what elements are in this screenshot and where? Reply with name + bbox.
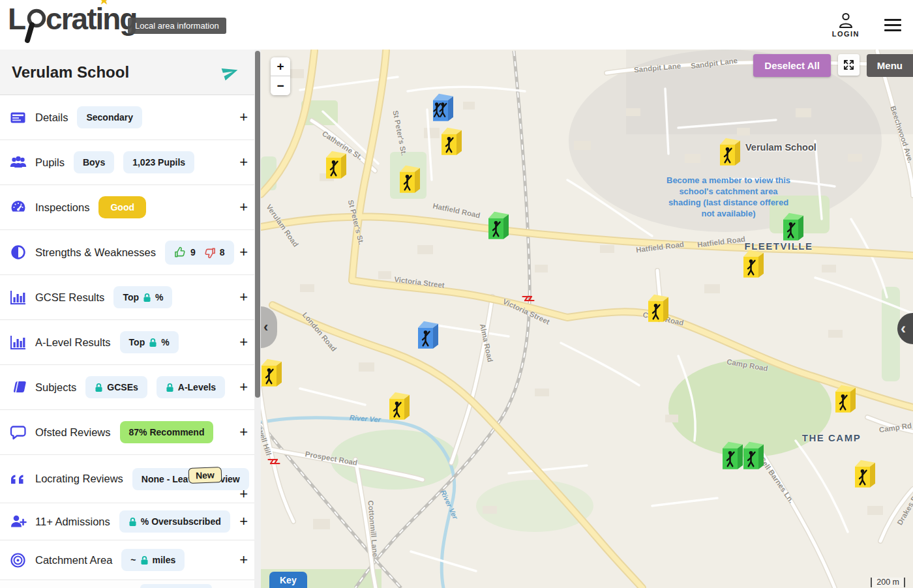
selected-school-label: Verulam School — [745, 142, 816, 153]
bar-chart-icon — [9, 289, 27, 306]
school-marker-yellow[interactable] — [646, 291, 672, 327]
thumbs-up-icon — [174, 246, 187, 259]
fullscreen-button[interactable] — [838, 54, 860, 76]
login-button[interactable]: LOGIN — [832, 12, 860, 38]
chevron-left-icon: ‹ — [263, 319, 268, 336]
speech-bubble-icon — [9, 424, 27, 441]
lock-icon — [95, 383, 103, 392]
school-marker-green[interactable] — [741, 439, 767, 474]
school-header: Verulam School — [0, 50, 261, 95]
book-icon — [9, 379, 27, 396]
rail-station-icon — [522, 294, 535, 306]
scale-bar: 200 m — [871, 578, 905, 587]
alevel-top-badge: Top % — [120, 331, 179, 353]
sidebar-item-catchment-area[interactable]: Catchment Area ~ miles + — [0, 540, 261, 580]
navigate-icon[interactable] — [220, 61, 241, 83]
quotes-icon — [9, 470, 27, 488]
pupils-count-badge: 1,023 Pupils — [123, 151, 194, 173]
thumbs-badge: 9 8 — [165, 241, 234, 265]
scrollbar-thumb[interactable] — [255, 51, 260, 398]
expand-catchment-button[interactable]: + — [239, 553, 248, 567]
school-marker-blue[interactable] — [415, 318, 442, 353]
bullseye-icon — [9, 551, 27, 569]
tooltip: Local area information — [128, 18, 226, 34]
zoom-control: + − — [271, 57, 290, 95]
top-header: L crating ★ Local area information LOGIN — [0, 0, 913, 50]
chevron-left-icon: ‹ — [901, 319, 906, 338]
school-marker-yellow[interactable] — [397, 162, 423, 198]
person-icon — [838, 12, 854, 29]
lock-icon — [143, 293, 151, 302]
school-marker-yellow[interactable] — [852, 457, 878, 492]
oversubscribed-badge: % Oversubscribed — [119, 510, 230, 533]
school-name: Verulam School — [12, 63, 129, 81]
partial-next-row — [0, 580, 261, 588]
expand-inspections-button[interactable]: + — [239, 200, 248, 214]
sidebar-item-inspections[interactable]: Inspections Good + — [0, 185, 261, 230]
sidebar-item-subjects[interactable]: Subjects GCSEs A-Levels + — [0, 365, 261, 410]
thumbs-down-icon — [203, 246, 216, 259]
school-marker-blue[interactable] — [430, 91, 456, 126]
school-marker-yellow[interactable] — [323, 148, 350, 183]
sidebar-scrollbar — [254, 50, 261, 588]
lock-icon — [149, 338, 157, 347]
lock-icon — [128, 517, 137, 527]
gcse-top-badge: Top % — [113, 286, 172, 308]
expand-ofsted-button[interactable]: + — [239, 425, 248, 439]
inspection-rating-badge: Good — [98, 196, 146, 218]
expand-details-button[interactable]: + — [239, 110, 248, 125]
school-marker-yellow[interactable] — [833, 382, 859, 417]
expand-arrows-icon — [843, 59, 854, 70]
deselect-all-button[interactable]: Deselect All — [753, 54, 831, 77]
rail-station-icon — [267, 457, 281, 469]
bar-chart-icon — [9, 334, 27, 351]
expand-alevel-button[interactable]: + — [239, 335, 248, 349]
map-canvas[interactable]: Sandpit LaneSandpit LaneBeechwood Ave.Ca… — [261, 50, 913, 588]
hamburger-menu-icon[interactable] — [882, 16, 904, 34]
half-circle-icon — [9, 244, 27, 261]
person-plus-icon — [9, 513, 27, 531]
sidebar-item-strengths-weaknesses[interactable]: Strengths & Weaknesses 9 8 + — [0, 230, 261, 275]
details-icon — [9, 109, 27, 126]
map-base — [261, 50, 913, 588]
school-marker-yellow[interactable] — [387, 389, 413, 424]
school-marker-green[interactable] — [486, 209, 512, 244]
school-marker-yellow[interactable] — [741, 247, 767, 282]
zoom-out-button[interactable]: − — [271, 76, 290, 95]
pupils-gender-badge: Boys — [74, 151, 114, 173]
expand-reviews-button[interactable]: + — [239, 487, 248, 501]
sidebar-item-11plus-admissions[interactable]: 11+ Admissions % Oversubscribed + — [0, 503, 261, 540]
new-tag: New — [188, 467, 222, 484]
pupils-icon — [9, 154, 27, 171]
sidebar-item-details[interactable]: Details Secondary + — [0, 95, 261, 140]
ofsted-recommend-badge: 87% Recommend — [120, 421, 214, 443]
sidebar-item-pupils[interactable]: Pupils Boys 1,023 Pupils + — [0, 140, 261, 185]
key-button[interactable]: Key — [269, 572, 307, 588]
expand-subjects-button[interactable]: + — [239, 380, 248, 394]
catchment-miles-badge: ~ miles — [121, 549, 185, 571]
sidebar-item-alevel-results[interactable]: A-Level Results Top % + — [0, 320, 261, 365]
lock-icon — [140, 555, 149, 565]
member-notice: Become a member to view this school's ca… — [666, 175, 790, 220]
sidebar-item-locrating-reviews[interactable]: Locrating Reviews New None - Leave a Rev… — [0, 455, 261, 503]
expand-admissions-button[interactable]: + — [239, 514, 248, 529]
sidebar-item-ofsted-reviews[interactable]: Ofsted Reviews 87% Recommend + — [0, 410, 261, 455]
logo[interactable]: L crating ★ — [8, 1, 136, 44]
sidebar: Verulam School Details Secondary + Pupil… — [0, 50, 261, 588]
sidebar-item-gcse-results[interactable]: GCSE Results Top % + — [0, 275, 261, 320]
zoom-in-button[interactable]: + — [271, 57, 290, 76]
star-icon: ★ — [99, 0, 109, 7]
inspections-icon — [9, 199, 27, 216]
map-menu-button[interactable]: Menu — [867, 54, 913, 77]
expand-pupils-button[interactable]: + — [239, 155, 248, 169]
expand-strengths-button[interactable]: + — [239, 245, 248, 259]
subjects-alevel-badge: A-Levels — [157, 376, 225, 398]
magnifier-icon — [25, 8, 47, 44]
school-marker-yellow[interactable] — [439, 125, 465, 160]
expand-gcse-button[interactable]: + — [239, 290, 248, 304]
school-marker-yellow[interactable]: Verulam School — [717, 135, 743, 170]
logo-text-l: L — [8, 1, 25, 37]
lock-icon — [166, 383, 174, 392]
logo-text-rest: crating ★ — [46, 1, 136, 37]
school-marker-yellow[interactable] — [261, 356, 285, 391]
